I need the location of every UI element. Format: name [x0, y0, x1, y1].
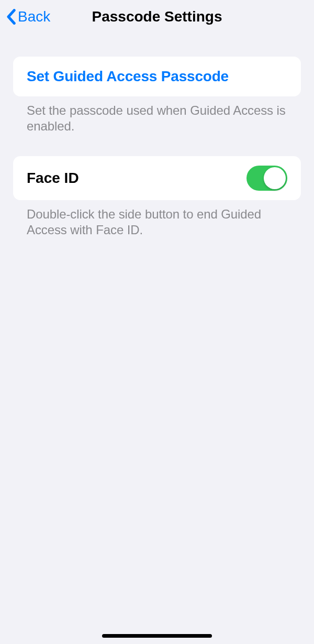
set-passcode-label: Set Guided Access Passcode: [27, 68, 229, 85]
face-id-row: Face ID: [13, 156, 301, 200]
navigation-bar: Back Passcode Settings: [0, 0, 314, 31]
face-id-group: Face ID: [13, 156, 301, 200]
set-passcode-row[interactable]: Set Guided Access Passcode: [13, 57, 301, 96]
face-id-label: Face ID: [27, 170, 79, 187]
toggle-knob: [264, 167, 286, 189]
set-passcode-group: Set Guided Access Passcode: [13, 57, 301, 96]
back-button[interactable]: Back: [0, 8, 50, 25]
content-area: Set Guided Access Passcode Set the passc…: [0, 31, 314, 238]
home-indicator[interactable]: [102, 634, 212, 638]
set-passcode-footer: Set the passcode used when Guided Access…: [13, 96, 301, 134]
face-id-toggle[interactable]: [246, 166, 287, 191]
face-id-footer: Double-click the side button to end Guid…: [13, 200, 301, 238]
chevron-left-icon: [5, 9, 17, 25]
back-label: Back: [18, 8, 50, 25]
